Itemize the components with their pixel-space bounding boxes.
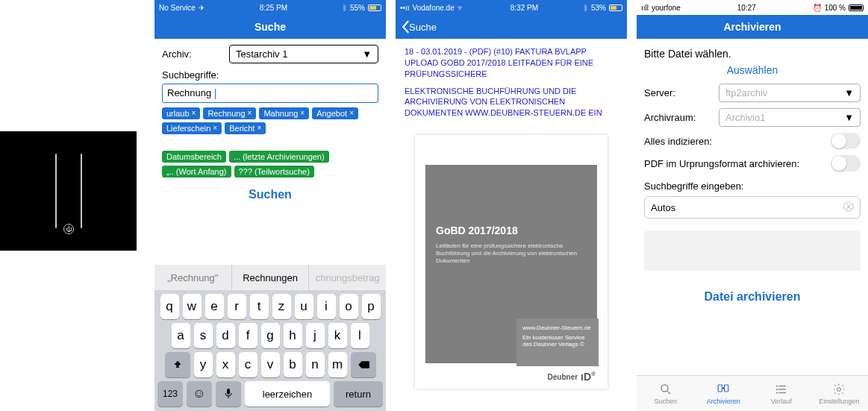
key-u[interactable]: u <box>295 294 313 319</box>
search-button[interactable]: Suchen <box>162 188 378 201</box>
key-h[interactable]: h <box>284 323 302 348</box>
status-bar: No Service ✈︎ 8:25 PM ᛒ 55% <box>154 0 386 15</box>
choose-file-button[interactable]: Auswählen <box>644 64 861 76</box>
bluetooth-icon: ᛒ <box>343 4 347 12</box>
pdf-original-toggle[interactable] <box>831 155 861 172</box>
emoji-key[interactable]: ☺ <box>187 381 212 407</box>
filter-chip[interactable]: Rechnung× <box>203 107 256 119</box>
archive-select-value: Testarchiv 1 <box>236 48 287 60</box>
index-all-toggle[interactable] <box>831 133 861 149</box>
key-m[interactable]: m <box>328 352 347 377</box>
archive-select[interactable]: Testarchiv 1 ▼ <box>229 45 378 63</box>
filter-chip[interactable]: Angebot× <box>312 107 358 119</box>
power-icon: ⏻ <box>63 224 74 234</box>
tab-search[interactable]: Suchen <box>637 376 695 411</box>
filter-chip[interactable]: Mahnung× <box>259 107 309 119</box>
chevron-down-icon: ▼ <box>844 87 854 98</box>
tab-history[interactable]: Verlauf <box>752 376 811 411</box>
space-key[interactable]: Leerzeichen <box>245 381 330 407</box>
key-q[interactable]: q <box>160 294 179 319</box>
keyboard-suggestion[interactable]: „Rechnung" <box>154 265 232 290</box>
cover-subtitle: Leitfaden für eine prüfungssichere elekt… <box>436 242 587 265</box>
keyboard: „Rechnung"Rechnungenchnungsbetrag qwertz… <box>154 265 386 411</box>
terms-input[interactable]: Autos ⓧ <box>644 196 861 219</box>
key-s[interactable]: s <box>194 323 213 348</box>
key-i[interactable]: i <box>317 294 336 319</box>
svg-point-10 <box>776 388 778 389</box>
keyboard-suggestion[interactable]: Rechnungen <box>232 265 310 290</box>
remove-chip-icon[interactable]: × <box>192 109 196 117</box>
remove-chip-icon[interactable]: × <box>213 124 217 132</box>
filter-chip[interactable]: Bericht× <box>225 122 266 134</box>
key-z[interactable]: z <box>272 294 291 319</box>
navbar: Archivieren <box>637 15 868 39</box>
key-k[interactable]: k <box>328 323 347 348</box>
key-r[interactable]: r <box>228 294 246 319</box>
tab-settings[interactable]: Einstellungen <box>811 376 869 411</box>
key-b[interactable]: b <box>284 352 302 377</box>
key-x[interactable]: x <box>216 352 235 377</box>
filter-chip[interactable]: Lieferschein× <box>162 122 222 134</box>
return-key[interactable]: Return <box>334 381 383 407</box>
clear-icon[interactable]: ⓧ <box>843 201 854 214</box>
server-select[interactable]: ftp2archiv ▼ <box>719 84 861 102</box>
search-input-value: Rechnung <box>167 87 211 98</box>
key-l[interactable]: l <box>351 323 369 348</box>
archive-file-button[interactable]: Datei archivieren <box>644 290 861 304</box>
battery-icon <box>368 4 381 11</box>
document-page[interactable]: GoBD 2017/2018 Leitfaden für eine prüfun… <box>415 135 608 389</box>
index-all-label: Alles indizieren: <box>644 136 712 147</box>
key-g[interactable]: g <box>261 323 280 348</box>
svg-rect-4 <box>719 385 722 392</box>
key-n[interactable]: n <box>306 352 325 377</box>
keyboard-suggestion[interactable]: chnungsbetrag <box>309 265 386 290</box>
key-f[interactable]: f <box>239 323 257 348</box>
key-v[interactable]: v <box>261 352 280 377</box>
key-a[interactable]: a <box>172 323 190 348</box>
key-j[interactable]: j <box>306 323 325 348</box>
key-e[interactable]: e <box>205 294 224 319</box>
search-input[interactable]: Rechnung <box>162 84 378 103</box>
battery-icon <box>609 4 622 11</box>
battery-text: 53% <box>591 4 606 12</box>
key-y[interactable]: y <box>194 352 213 377</box>
tab-archive[interactable]: Archivieren <box>695 376 753 411</box>
back-button[interactable]: Suche <box>400 20 437 34</box>
status-bar: ••ıı Vodafone.de ᯤ 8:32 PM ᛒ 53% <box>396 0 627 15</box>
remove-chip-icon[interactable]: × <box>349 109 354 117</box>
key-w[interactable]: w <box>183 294 202 319</box>
room-label: Archivraum: <box>644 112 719 123</box>
remove-chip-icon[interactable]: × <box>257 124 261 132</box>
mic-key[interactable] <box>216 381 241 407</box>
chevron-down-icon: ▼ <box>844 112 854 123</box>
svg-line-3 <box>667 391 670 394</box>
alarm-icon: ⏰ <box>813 4 822 12</box>
shift-key[interactable] <box>165 352 190 377</box>
server-select-value: ftp2archiv <box>725 87 767 98</box>
clock-text: 10:27 <box>737 4 756 12</box>
carrier-text: No Service <box>159 4 196 12</box>
battery-text: 55% <box>350 4 365 12</box>
key-o[interactable]: o <box>340 294 358 319</box>
key-c[interactable]: c <box>239 352 257 377</box>
helper-chip[interactable]: ... (letzte Archivierungen) <box>229 151 329 163</box>
numbers-key[interactable]: 123 <box>157 381 183 407</box>
wifi-icon: ᯤ <box>458 4 465 12</box>
app-icon-placeholder: ⏻ <box>0 131 137 251</box>
room-select[interactable]: Archivio1 ▼ <box>719 108 861 127</box>
helper-chip[interactable]: „.. (Wort Anfang) <box>162 166 231 178</box>
remove-chip-icon[interactable]: × <box>300 109 305 117</box>
helper-chip[interactable]: ??? (Teilwortsuche) <box>234 166 314 178</box>
helper-chip[interactable]: Datumsbereich <box>162 151 226 163</box>
key-p[interactable]: p <box>362 294 381 319</box>
carrier-text: Vodafone.de <box>413 4 455 12</box>
filter-chip[interactable]: urlaub× <box>162 107 200 119</box>
file-drop-area[interactable] <box>644 230 861 271</box>
backspace-key[interactable] <box>351 352 376 377</box>
svg-rect-0 <box>227 389 230 395</box>
remove-chip-icon[interactable]: × <box>248 109 252 117</box>
key-d[interactable]: d <box>216 323 235 348</box>
battery-text: 100 % <box>825 4 846 12</box>
back-label: Suche <box>409 22 437 33</box>
key-t[interactable]: t <box>250 294 269 319</box>
